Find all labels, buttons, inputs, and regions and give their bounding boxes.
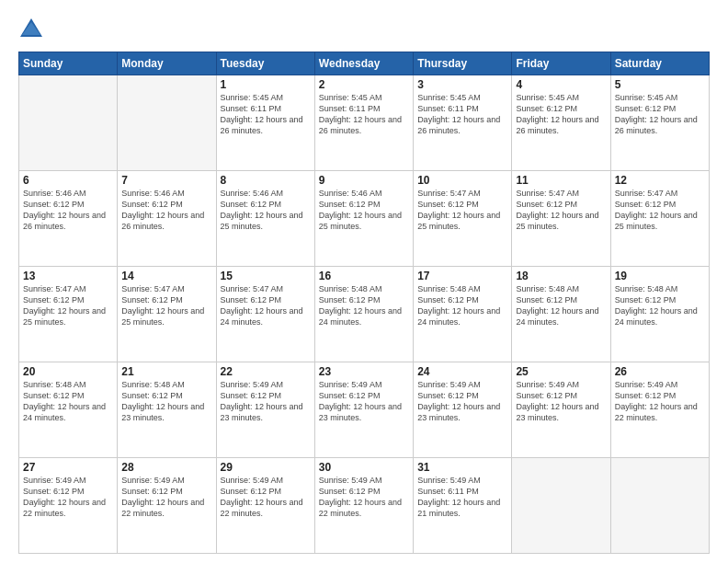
day-number: 31 <box>417 461 507 474</box>
day-number: 16 <box>319 270 409 282</box>
day-info: Sunrise: 5:47 AM Sunset: 6:12 PM Dayligh… <box>417 188 507 233</box>
header <box>18 17 710 42</box>
calendar-day-cell: 22Sunrise: 5:49 AM Sunset: 6:12 PM Dayli… <box>216 362 314 458</box>
day-info: Sunrise: 5:47 AM Sunset: 6:12 PM Dayligh… <box>516 188 606 233</box>
page: SundayMondayTuesdayWednesdayThursdayFrid… <box>0 0 728 563</box>
day-number: 27 <box>23 461 113 474</box>
day-info: Sunrise: 5:45 AM Sunset: 6:12 PM Dayligh… <box>516 92 606 137</box>
day-info: Sunrise: 5:49 AM Sunset: 6:12 PM Dayligh… <box>417 379 507 424</box>
day-info: Sunrise: 5:46 AM Sunset: 6:12 PM Dayligh… <box>121 188 211 233</box>
calendar-day-header: Thursday <box>414 52 512 75</box>
day-info: Sunrise: 5:49 AM Sunset: 6:12 PM Dayligh… <box>319 379 409 424</box>
day-number: 7 <box>121 174 211 187</box>
day-info: Sunrise: 5:45 AM Sunset: 6:11 PM Dayligh… <box>319 92 409 137</box>
day-info: Sunrise: 5:49 AM Sunset: 6:11 PM Dayligh… <box>417 475 507 520</box>
calendar-day-cell: 14Sunrise: 5:47 AM Sunset: 6:12 PM Dayli… <box>118 267 216 362</box>
day-number: 6 <box>23 174 113 187</box>
day-number: 9 <box>319 174 409 187</box>
day-info: Sunrise: 5:49 AM Sunset: 6:12 PM Dayligh… <box>319 475 409 520</box>
calendar-header-row: SundayMondayTuesdayWednesdayThursdayFrid… <box>19 52 710 75</box>
day-info: Sunrise: 5:49 AM Sunset: 6:12 PM Dayligh… <box>221 475 311 520</box>
svg-marker-1 <box>22 22 40 35</box>
day-number: 11 <box>516 174 606 187</box>
day-number: 26 <box>615 365 705 378</box>
calendar-day-cell <box>512 458 610 554</box>
day-info: Sunrise: 5:47 AM Sunset: 6:12 PM Dayligh… <box>615 188 705 233</box>
calendar-day-cell: 31Sunrise: 5:49 AM Sunset: 6:11 PM Dayli… <box>414 458 512 554</box>
day-number: 12 <box>615 174 705 187</box>
day-number: 4 <box>516 78 606 91</box>
day-info: Sunrise: 5:49 AM Sunset: 6:12 PM Dayligh… <box>516 379 606 424</box>
day-number: 10 <box>417 174 507 187</box>
day-info: Sunrise: 5:48 AM Sunset: 6:12 PM Dayligh… <box>319 283 409 328</box>
day-number: 28 <box>121 461 211 474</box>
calendar-day-cell: 27Sunrise: 5:49 AM Sunset: 6:12 PM Dayli… <box>19 458 118 554</box>
calendar-day-cell: 6Sunrise: 5:46 AM Sunset: 6:12 PM Daylig… <box>19 171 118 267</box>
calendar-day-cell: 11Sunrise: 5:47 AM Sunset: 6:12 PM Dayli… <box>512 171 610 267</box>
day-number: 8 <box>221 174 311 187</box>
day-info: Sunrise: 5:45 AM Sunset: 6:12 PM Dayligh… <box>615 92 705 137</box>
calendar-day-cell: 15Sunrise: 5:47 AM Sunset: 6:12 PM Dayli… <box>216 267 314 362</box>
day-number: 30 <box>319 461 409 474</box>
calendar-day-cell: 2Sunrise: 5:45 AM Sunset: 6:11 PM Daylig… <box>314 75 413 171</box>
calendar-day-header: Tuesday <box>216 52 314 75</box>
calendar-day-cell <box>610 458 709 554</box>
calendar-day-cell: 18Sunrise: 5:48 AM Sunset: 6:12 PM Dayli… <box>512 267 610 362</box>
day-number: 1 <box>221 78 311 91</box>
day-info: Sunrise: 5:48 AM Sunset: 6:12 PM Dayligh… <box>23 379 113 424</box>
day-number: 24 <box>417 365 507 378</box>
calendar-day-cell: 9Sunrise: 5:46 AM Sunset: 6:12 PM Daylig… <box>314 171 413 267</box>
logo <box>18 17 48 42</box>
day-info: Sunrise: 5:46 AM Sunset: 6:12 PM Dayligh… <box>23 188 113 233</box>
calendar-day-header: Wednesday <box>314 52 413 75</box>
day-number: 29 <box>221 461 311 474</box>
day-info: Sunrise: 5:49 AM Sunset: 6:12 PM Dayligh… <box>221 379 311 424</box>
calendar-table: SundayMondayTuesdayWednesdayThursdayFrid… <box>18 52 710 554</box>
calendar-day-cell: 16Sunrise: 5:48 AM Sunset: 6:12 PM Dayli… <box>314 267 413 362</box>
calendar-day-cell <box>118 75 216 171</box>
day-info: Sunrise: 5:48 AM Sunset: 6:12 PM Dayligh… <box>615 283 705 328</box>
calendar-day-header: Friday <box>512 52 610 75</box>
calendar-day-cell: 4Sunrise: 5:45 AM Sunset: 6:12 PM Daylig… <box>512 75 610 171</box>
day-info: Sunrise: 5:47 AM Sunset: 6:12 PM Dayligh… <box>23 283 113 328</box>
day-info: Sunrise: 5:45 AM Sunset: 6:11 PM Dayligh… <box>417 92 507 137</box>
day-number: 17 <box>417 270 507 282</box>
day-number: 3 <box>417 78 507 91</box>
calendar-day-cell: 5Sunrise: 5:45 AM Sunset: 6:12 PM Daylig… <box>610 75 709 171</box>
logo-icon <box>18 17 44 42</box>
calendar-day-cell: 3Sunrise: 5:45 AM Sunset: 6:11 PM Daylig… <box>414 75 512 171</box>
calendar-day-cell: 20Sunrise: 5:48 AM Sunset: 6:12 PM Dayli… <box>19 362 118 458</box>
calendar-week-row: 1Sunrise: 5:45 AM Sunset: 6:11 PM Daylig… <box>19 75 710 171</box>
day-info: Sunrise: 5:48 AM Sunset: 6:12 PM Dayligh… <box>121 379 211 424</box>
calendar-week-row: 27Sunrise: 5:49 AM Sunset: 6:12 PM Dayli… <box>19 458 710 554</box>
day-number: 2 <box>319 78 409 91</box>
calendar-day-cell <box>19 75 118 171</box>
calendar-day-cell: 28Sunrise: 5:49 AM Sunset: 6:12 PM Dayli… <box>118 458 216 554</box>
calendar-day-cell: 8Sunrise: 5:46 AM Sunset: 6:12 PM Daylig… <box>216 171 314 267</box>
calendar-day-cell: 30Sunrise: 5:49 AM Sunset: 6:12 PM Dayli… <box>314 458 413 554</box>
day-number: 15 <box>221 270 311 282</box>
calendar-week-row: 6Sunrise: 5:46 AM Sunset: 6:12 PM Daylig… <box>19 171 710 267</box>
day-info: Sunrise: 5:49 AM Sunset: 6:12 PM Dayligh… <box>121 475 211 520</box>
day-number: 23 <box>319 365 409 378</box>
calendar-day-cell: 23Sunrise: 5:49 AM Sunset: 6:12 PM Dayli… <box>314 362 413 458</box>
calendar-day-cell: 7Sunrise: 5:46 AM Sunset: 6:12 PM Daylig… <box>118 171 216 267</box>
calendar-day-cell: 19Sunrise: 5:48 AM Sunset: 6:12 PM Dayli… <box>610 267 709 362</box>
calendar-day-cell: 24Sunrise: 5:49 AM Sunset: 6:12 PM Dayli… <box>414 362 512 458</box>
calendar-day-cell: 12Sunrise: 5:47 AM Sunset: 6:12 PM Dayli… <box>610 171 709 267</box>
day-info: Sunrise: 5:49 AM Sunset: 6:12 PM Dayligh… <box>615 379 705 424</box>
calendar-day-cell: 17Sunrise: 5:48 AM Sunset: 6:12 PM Dayli… <box>414 267 512 362</box>
day-info: Sunrise: 5:48 AM Sunset: 6:12 PM Dayligh… <box>516 283 606 328</box>
calendar-day-cell: 10Sunrise: 5:47 AM Sunset: 6:12 PM Dayli… <box>414 171 512 267</box>
day-number: 19 <box>615 270 705 282</box>
calendar-week-row: 20Sunrise: 5:48 AM Sunset: 6:12 PM Dayli… <box>19 362 710 458</box>
calendar-day-header: Sunday <box>19 52 118 75</box>
day-info: Sunrise: 5:47 AM Sunset: 6:12 PM Dayligh… <box>121 283 211 328</box>
calendar-day-cell: 25Sunrise: 5:49 AM Sunset: 6:12 PM Dayli… <box>512 362 610 458</box>
calendar-day-cell: 26Sunrise: 5:49 AM Sunset: 6:12 PM Dayli… <box>610 362 709 458</box>
calendar-week-row: 13Sunrise: 5:47 AM Sunset: 6:12 PM Dayli… <box>19 267 710 362</box>
calendar-day-cell: 1Sunrise: 5:45 AM Sunset: 6:11 PM Daylig… <box>216 75 314 171</box>
day-number: 13 <box>23 270 113 282</box>
day-info: Sunrise: 5:46 AM Sunset: 6:12 PM Dayligh… <box>221 188 311 233</box>
day-number: 21 <box>121 365 211 378</box>
